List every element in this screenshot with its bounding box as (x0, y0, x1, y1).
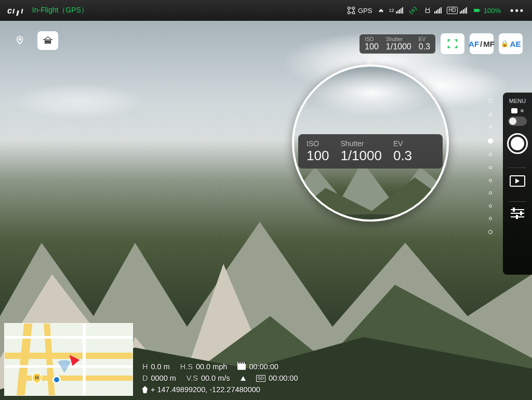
ae-text: AE (510, 40, 521, 48)
record-time: 00:00:00 (249, 363, 278, 371)
vspeed-value: 00.0 m/s (201, 374, 230, 382)
sd-time: 00:00:00 (269, 374, 298, 382)
camera-icon (511, 108, 517, 113)
battery-percentage: 100% (484, 7, 501, 15)
home-point-icon: H (30, 370, 44, 385)
svg-rect-11 (426, 10, 430, 13)
svg-point-9 (352, 11, 355, 14)
slider-icon (511, 213, 524, 214)
svg-line-12 (426, 8, 427, 10)
popup-shutter-label: Shutter (340, 139, 382, 148)
popup-iso-label: ISO (307, 139, 329, 148)
hspeed-label: H.S (180, 363, 193, 371)
af-mf-toggle[interactable]: AF/MF (470, 33, 494, 54)
satellite-status[interactable]: 12 (377, 6, 403, 15)
telemetry-panel: H 0.0 m H.S 00.0 mph 00:00:00 D 0000 m V… (142, 363, 298, 394)
popup-ev-label: EV (393, 139, 412, 148)
vspeed-label: V.S (187, 374, 198, 382)
popup-camera-settings-bar: ISO 100 Shutter 1/1000 EV 0.3 (298, 134, 443, 169)
battery-status[interactable]: 100% (472, 6, 501, 15)
aircraft-position-icon (52, 376, 61, 384)
play-icon (515, 178, 520, 184)
rc-signal-status[interactable] (423, 6, 442, 15)
apas-button[interactable]: APAS (37, 31, 58, 50)
lock-icon: 🔒 (501, 40, 509, 47)
svg-point-8 (348, 11, 350, 14)
iso-value: 100 (365, 42, 379, 51)
mf-text: MF (483, 40, 495, 48)
minimap[interactable]: H (4, 323, 133, 396)
gimbal-slider-handle[interactable] (488, 138, 493, 144)
altitude-value: 0.0 m (151, 363, 169, 371)
iso-label: ISO (365, 36, 379, 42)
hspeed-value: 00.0 mph (196, 363, 227, 371)
camera-settings-pill[interactable]: ISO 100 Shutter 1/1000 EV 0.3 (360, 34, 435, 54)
hd-signal-status[interactable]: HD (447, 7, 467, 14)
camera-side-panel: MENU (503, 93, 532, 275)
svg-rect-14 (474, 9, 480, 12)
popup-shutter-value: 1/1000 (340, 148, 382, 163)
gimbal-slider[interactable] (485, 99, 496, 234)
ev-value: 0.3 (419, 42, 430, 51)
playback-button[interactable] (510, 175, 525, 187)
slider-icon (511, 209, 524, 210)
top-status-bar: cı╻ı In-Flight（GPS） GPS 12 HD 100% ••• (0, 0, 532, 21)
shutter-button[interactable] (507, 133, 528, 154)
camera-settings-button[interactable] (511, 209, 524, 217)
dji-logo: cı╻ı (7, 6, 24, 16)
svg-line-13 (429, 8, 430, 10)
toggle-knob (509, 118, 516, 125)
auto-takeoff-button[interactable] (9, 31, 30, 50)
distance-label: D (142, 374, 148, 382)
hd-badge: HD (447, 7, 457, 14)
shutter-value: 1/1000 (386, 42, 411, 51)
flight-mode-indicator[interactable]: GPS (347, 6, 372, 15)
menu-button[interactable]: MENU (509, 98, 526, 104)
slider-icon (511, 216, 524, 217)
hd-signal-bars-icon (460, 7, 467, 14)
rc-signal-bars-icon (434, 7, 442, 14)
svg-point-10 (412, 9, 415, 12)
distance-value: 0000 m (151, 374, 176, 382)
shutter-label: Shutter (386, 36, 411, 42)
obstacle-sensing-status[interactable] (408, 6, 418, 15)
gps-coordinates: + 147.49899200, -122.27480000 (151, 385, 260, 394)
satellite-count: 12 (389, 8, 394, 13)
ae-lock-button[interactable]: 🔒AE (499, 33, 523, 54)
ev-label: EV (419, 36, 430, 42)
camera-settings-popup: ISO 100 Shutter 1/1000 EV 0.3 (292, 64, 449, 222)
svg-rect-15 (479, 10, 480, 11)
photo-video-toggle[interactable] (508, 117, 527, 126)
location-pin-icon (142, 386, 148, 393)
svg-point-7 (352, 7, 355, 9)
popup-iso-value: 100 (307, 148, 329, 163)
svg-point-6 (348, 7, 350, 9)
af-text: AF (469, 40, 479, 48)
auto-focus-button[interactable] (441, 33, 464, 54)
svg-text:APAS: APAS (45, 41, 51, 43)
svg-point-16 (19, 38, 21, 40)
general-settings-button[interactable]: ••• (510, 5, 525, 16)
gps-label: GPS (358, 7, 372, 15)
video-icon (521, 109, 524, 112)
gps-signal-bars-icon (396, 7, 403, 14)
arrow-up-icon (241, 376, 246, 381)
flight-status[interactable]: In-Flight（GPS） (32, 6, 88, 15)
sd-icon: SD (256, 375, 266, 382)
clapperboard-icon (237, 364, 246, 370)
photo-video-indicator (511, 108, 524, 113)
popup-ev-value: 0.3 (393, 148, 412, 163)
altitude-label: H (142, 363, 148, 371)
